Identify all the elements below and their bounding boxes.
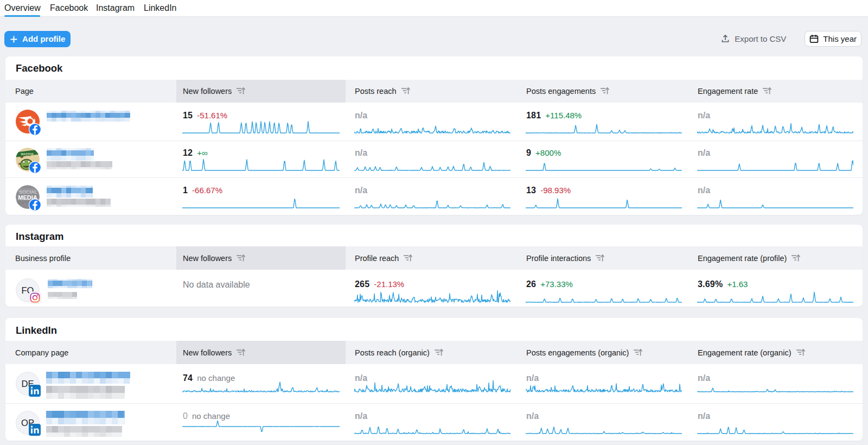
svg-text:MASTER: MASTER xyxy=(21,152,33,155)
